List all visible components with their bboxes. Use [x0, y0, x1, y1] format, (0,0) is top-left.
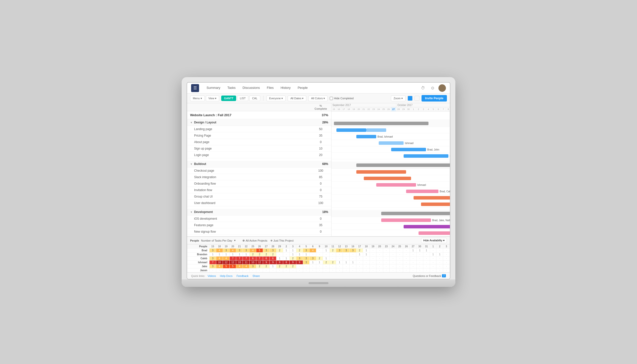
availability-table-wrap[interactable]: People 15 18 19 20 21 22 25 26 27	[187, 244, 450, 272]
menu-button[interactable]: Menu ▾	[190, 96, 205, 101]
this-project-option[interactable]: Just This Project	[270, 239, 294, 242]
videos-link[interactable]: Videos	[208, 274, 216, 278]
avail-cell: ·	[250, 268, 256, 272]
right-gantt-panel: September 2017 October 2017 151617181920…	[332, 103, 450, 236]
day-header: 30	[416, 244, 423, 248]
help-docs-link[interactable]: Help Docs	[220, 274, 233, 278]
day-header: 23	[383, 244, 390, 248]
tab-people[interactable]: People	[294, 82, 311, 94]
avail-cell: ·	[283, 252, 290, 256]
group-buildout[interactable]: ▼ Buildout 68%	[187, 161, 331, 168]
day-header: 21	[236, 244, 243, 248]
tab-history[interactable]: History	[277, 82, 294, 94]
avail-cell: 2	[250, 252, 256, 256]
color-toggle-2[interactable]	[414, 96, 420, 101]
all-dates-filter[interactable]: All Dates ▾	[288, 96, 306, 101]
avail-cell: ·	[336, 264, 343, 268]
avail-cell: ·	[383, 264, 390, 268]
avail-cell: 9	[276, 260, 283, 264]
feedback-badge[interactable]: Questions or Feedback 7	[413, 274, 446, 278]
day-header: 11	[330, 244, 336, 248]
availability-table: People 15 18 19 20 21 22 25 26 27	[187, 244, 450, 272]
gantt-chart-area[interactable]: September 2017 October 2017 151617181920…	[332, 103, 450, 236]
avail-cell: 3	[250, 264, 256, 268]
avail-person-row: Brandon1111112222··111·······11·········…	[187, 252, 450, 256]
avail-cell: ·	[276, 252, 283, 256]
avail-cell: 4	[223, 256, 230, 260]
avail-cell: ·	[416, 256, 423, 260]
avail-cell: ·	[283, 268, 290, 272]
hide-completed-checkbox[interactable]	[330, 97, 333, 100]
day-cell: 16	[336, 107, 342, 111]
group-design-layout[interactable]: ▼ Design / Layout 28%	[187, 119, 331, 126]
list-button[interactable]: LIST	[237, 96, 248, 101]
avail-cell: ·	[343, 268, 350, 272]
task-row: Features page 35	[187, 222, 331, 228]
hide-completed-toggle[interactable]: Hide Completed	[330, 97, 354, 100]
avail-person-row: Jason···································…	[187, 268, 450, 272]
tab-discussions[interactable]: Discussions	[239, 82, 263, 94]
avail-cell: ·	[423, 268, 430, 272]
avail-cell: ·	[276, 268, 283, 272]
task-gantt-row: Caleb	[332, 224, 450, 230]
task-row: User dashboard 100	[187, 200, 331, 206]
hide-availability-button[interactable]: Hide Availability ▾	[421, 238, 447, 243]
invite-people-button[interactable]: Invite People	[422, 95, 447, 102]
task-row: Landing page 50	[187, 126, 331, 132]
avail-cell: 3	[350, 248, 356, 252]
avail-cell: ·	[323, 268, 330, 272]
avail-cell: 9	[290, 260, 296, 264]
task-row: New signup flow 0	[187, 228, 331, 235]
avail-cell: ·	[303, 268, 310, 272]
avail-cell: 1	[430, 252, 436, 256]
clock-icon[interactable]: ⏱	[420, 84, 426, 92]
day-header: 19	[223, 244, 230, 248]
view-button[interactable]: View ▾	[206, 96, 220, 101]
availability-panel: People Number of Tasks Per Day ▾ All Act…	[187, 236, 450, 272]
feedback-link[interactable]: Feedback	[236, 274, 248, 278]
avail-cell: 6	[270, 256, 276, 260]
avail-cell: ·	[350, 256, 356, 260]
tab-files[interactable]: Files	[263, 82, 277, 94]
group-design-bar	[334, 122, 428, 125]
color-toggle[interactable]	[408, 96, 412, 101]
task-gantt-row: Ishmael	[332, 140, 450, 146]
help-icon[interactable]: ⊙	[429, 84, 436, 92]
avail-cell: 9	[296, 260, 303, 264]
project-gantt-row	[332, 112, 450, 120]
everyone-filter[interactable]: Everyone ▾	[266, 96, 286, 101]
avail-cell: 2	[290, 264, 296, 268]
cal-button[interactable]: CAL	[249, 96, 260, 101]
avail-cell: ·	[343, 264, 350, 268]
avail-cell: ·	[403, 268, 410, 272]
avail-cell: ·	[356, 264, 363, 268]
app-logo[interactable]: ☰	[191, 84, 199, 92]
avail-cell: ·	[243, 268, 250, 272]
avail-cell: ·	[223, 268, 230, 272]
avail-cell: 1	[343, 260, 350, 264]
zoom-button[interactable]: Zoom ▾	[391, 96, 406, 101]
all-projects-dot	[242, 240, 244, 242]
avail-toolbar: People Number of Tasks Per Day ▾ All Act…	[187, 237, 450, 244]
day-header: 17	[356, 244, 363, 248]
group-development[interactable]: ▼ Development 18%	[187, 209, 331, 216]
share-link[interactable]: Share	[252, 274, 260, 278]
all-colors-filter[interactable]: All Colors ▾	[308, 96, 328, 101]
avail-cell: ·	[376, 260, 383, 264]
avail-cell: ·	[336, 268, 343, 272]
avail-cell: 1	[416, 248, 423, 252]
avail-person-row: Jake3455443221222·······················	[187, 264, 450, 268]
group-arrow-icon: ▼	[190, 211, 192, 214]
landing-page-bar-2	[366, 128, 386, 132]
day-cell: 19	[351, 107, 356, 111]
tab-tasks[interactable]: Tasks	[224, 82, 239, 94]
avail-cell: ·	[430, 268, 436, 272]
avail-cell: ·	[383, 268, 390, 272]
avail-cell: 1	[310, 260, 316, 264]
avail-cell: 10	[236, 260, 243, 264]
gantt-button[interactable]: GANTT	[221, 96, 236, 101]
avail-cell: ·	[376, 252, 383, 256]
all-projects-option[interactable]: All Active Projects	[242, 239, 267, 242]
tab-summary[interactable]: Summary	[203, 82, 224, 94]
user-avatar[interactable]	[438, 84, 446, 92]
